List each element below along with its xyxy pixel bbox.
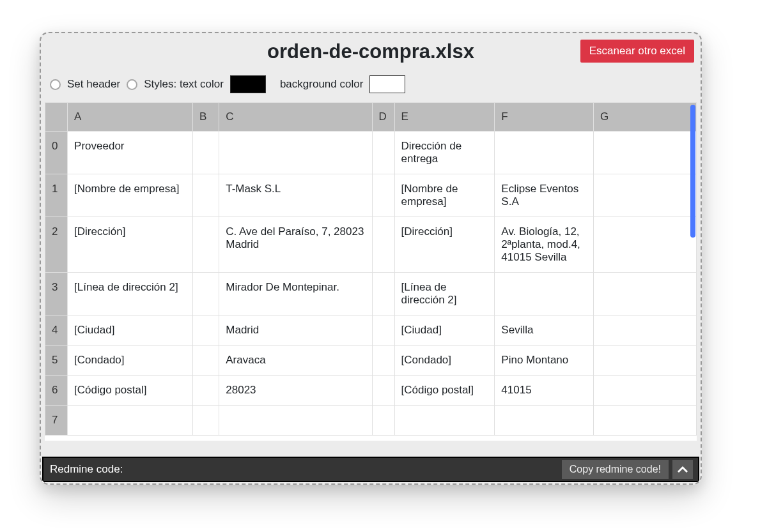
cell[interactable]: 41015: [495, 376, 594, 406]
col-header-E[interactable]: E: [394, 103, 495, 132]
cell[interactable]: [Dirección]: [68, 217, 193, 273]
col-header-G[interactable]: G: [594, 103, 697, 132]
chevron-up-icon: [678, 466, 688, 473]
cell[interactable]: [495, 406, 594, 436]
spreadsheet-table: A B C D E F G 0ProveedorDirección de ent…: [45, 102, 697, 436]
cell[interactable]: [Condado]: [394, 346, 495, 376]
cell[interactable]: Dirección de entrega: [394, 132, 495, 174]
copy-redmine-button[interactable]: Copy redmine code!: [562, 460, 669, 479]
table-row: 4[Ciudad]Madrid[Ciudad]Sevilla: [45, 315, 697, 346]
row-header[interactable]: 6: [45, 376, 68, 406]
cell[interactable]: [193, 376, 219, 406]
cell[interactable]: [594, 174, 697, 217]
cell[interactable]: [594, 346, 697, 376]
cell[interactable]: Eclipse Eventos S.A: [495, 174, 594, 217]
footer-bar: Redmine code: Copy redmine code!: [42, 457, 699, 482]
cell[interactable]: [394, 406, 495, 436]
cell[interactable]: [Ciudad]: [68, 315, 193, 346]
cell[interactable]: [219, 406, 372, 436]
table-row: 1[Nombre de empresa]T-Mask S.L[Nombre de…: [45, 174, 697, 217]
cell[interactable]: [Dirección]: [394, 217, 495, 273]
cell[interactable]: [495, 132, 594, 174]
cell[interactable]: [193, 132, 219, 174]
table-row: 7: [45, 406, 697, 436]
cell[interactable]: Proveedor: [68, 132, 193, 174]
cell[interactable]: [Código postal]: [394, 376, 495, 406]
controls-bar: Set header Styles: text color background…: [41, 70, 701, 102]
cell[interactable]: [193, 315, 219, 346]
table-row: 5[Condado]Aravaca[Condado]Pino Montano: [45, 346, 697, 376]
cell[interactable]: Mirador De Montepinar.: [219, 273, 372, 315]
cell[interactable]: [372, 376, 394, 406]
cell[interactable]: [193, 217, 219, 273]
cell[interactable]: [193, 273, 219, 315]
cell[interactable]: Sevilla: [495, 315, 594, 346]
cell[interactable]: [Nombre de empresa]: [68, 174, 193, 217]
cell[interactable]: [Línea de dirección 2]: [394, 273, 495, 315]
table-row: 0ProveedorDirección de entrega: [45, 132, 697, 174]
cell[interactable]: [372, 217, 394, 273]
scan-another-button[interactable]: Escanear otro excel: [580, 40, 694, 63]
bg-color-label: background color: [280, 78, 363, 91]
corner-cell[interactable]: [45, 103, 68, 132]
cell[interactable]: Pino Montano: [495, 346, 594, 376]
cell[interactable]: [594, 132, 697, 174]
vertical-scrollbar[interactable]: [690, 105, 695, 238]
table-row: 6[Código postal]28023[Código postal]4101…: [45, 376, 697, 406]
main-panel: orden-de-compra.xlsx Escanear otro excel…: [40, 32, 702, 485]
cell[interactable]: [Línea de dirección 2]: [68, 273, 193, 315]
cell[interactable]: [Condado]: [68, 346, 193, 376]
cell[interactable]: [372, 346, 394, 376]
styles-label: Styles: text color: [144, 78, 224, 91]
cell[interactable]: [Código postal]: [68, 376, 193, 406]
cell[interactable]: Madrid: [219, 315, 372, 346]
cell[interactable]: [372, 315, 394, 346]
row-header[interactable]: 5: [45, 346, 68, 376]
cell[interactable]: [594, 315, 697, 346]
row-header[interactable]: 4: [45, 315, 68, 346]
cell[interactable]: Av. Biología, 12, 2ªplanta, mod.4, 41015…: [495, 217, 594, 273]
cell[interactable]: [495, 273, 594, 315]
bg-color-swatch[interactable]: [369, 75, 405, 93]
cell[interactable]: [372, 406, 394, 436]
cell[interactable]: 28023: [219, 376, 372, 406]
cell[interactable]: [372, 273, 394, 315]
cell[interactable]: C. Ave del Paraíso, 7, 28023 Madrid: [219, 217, 372, 273]
cell[interactable]: [Nombre de empresa]: [394, 174, 495, 217]
styles-radio[interactable]: [127, 79, 137, 90]
cell[interactable]: [193, 174, 219, 217]
spreadsheet-container: A B C D E F G 0ProveedorDirección de ent…: [45, 102, 697, 441]
cell[interactable]: [594, 376, 697, 406]
cell[interactable]: [Ciudad]: [394, 315, 495, 346]
col-header-F[interactable]: F: [495, 103, 594, 132]
row-header[interactable]: 3: [45, 273, 68, 315]
col-header-C[interactable]: C: [219, 103, 372, 132]
cell[interactable]: [193, 346, 219, 376]
row-header[interactable]: 1: [45, 174, 68, 217]
cell[interactable]: [372, 174, 394, 217]
set-header-label: Set header: [67, 78, 120, 91]
table-row: 3[Línea de dirección 2]Mirador De Montep…: [45, 273, 697, 315]
cell[interactable]: [219, 132, 372, 174]
set-header-radio[interactable]: [50, 79, 61, 90]
redmine-label: Redmine code:: [50, 463, 562, 476]
row-header[interactable]: 2: [45, 217, 68, 273]
title-row: orden-de-compra.xlsx Escanear otro excel: [41, 33, 701, 70]
cell[interactable]: [372, 132, 394, 174]
col-header-D[interactable]: D: [372, 103, 394, 132]
cell[interactable]: [68, 406, 193, 436]
row-header[interactable]: 7: [45, 406, 68, 436]
expand-up-button[interactable]: [672, 460, 693, 479]
cell[interactable]: Aravaca: [219, 346, 372, 376]
cell[interactable]: [193, 406, 219, 436]
cell[interactable]: [594, 406, 697, 436]
col-header-B[interactable]: B: [193, 103, 219, 132]
cell[interactable]: [594, 273, 697, 315]
text-color-swatch[interactable]: [230, 75, 266, 93]
table-row: 2[Dirección]C. Ave del Paraíso, 7, 28023…: [45, 217, 697, 273]
col-header-A[interactable]: A: [68, 103, 193, 132]
cell[interactable]: T-Mask S.L: [219, 174, 372, 217]
row-header[interactable]: 0: [45, 132, 68, 174]
cell[interactable]: [594, 217, 697, 273]
